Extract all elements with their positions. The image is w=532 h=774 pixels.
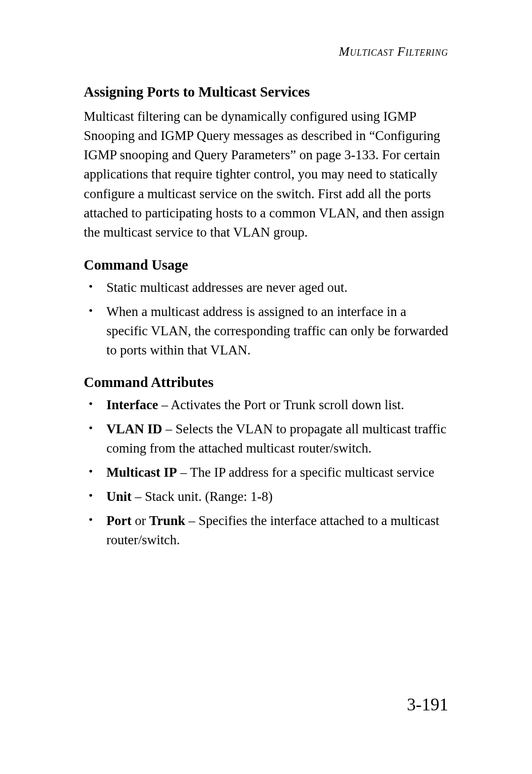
attr-term: VLAN ID	[106, 422, 162, 436]
attr-term: Port	[106, 513, 132, 528]
list-item: Static multicast addresses are never age…	[84, 278, 448, 297]
list-item: Multicast IP – The IP address for a spec…	[84, 463, 448, 482]
attr-term: Unit	[106, 489, 132, 504]
attr-term: Interface	[106, 397, 158, 412]
running-head: Multicast Filtering	[84, 44, 448, 59]
list-item: VLAN ID – Selects the VLAN to propagate …	[84, 420, 448, 458]
list-item: Unit – Stack unit. (Range: 1-8)	[84, 487, 448, 506]
attr-desc: The IP address for a specific multicast …	[190, 465, 434, 480]
attr-sep: –	[132, 489, 145, 504]
attr-mid: or	[132, 513, 149, 528]
command-attributes-heading: Command Attributes	[84, 374, 448, 390]
command-attributes-list: Interface – Activates the Port or Trunk …	[84, 395, 448, 550]
page-content: Multicast Filtering Assigning Ports to M…	[0, 0, 532, 550]
list-item: Port or Trunk – Specifies the interface …	[84, 511, 448, 550]
attr-sep: –	[162, 422, 175, 436]
attr-term2: Trunk	[149, 513, 185, 528]
intro-paragraph: Multicast filtering can be dynamically c…	[84, 107, 448, 242]
attr-term: Multicast IP	[106, 465, 177, 480]
attr-desc: Stack unit. (Range: 1-8)	[145, 489, 272, 504]
command-usage-heading: Command Usage	[84, 257, 448, 273]
attr-sep: –	[185, 513, 199, 528]
page-number: 3-191	[407, 694, 448, 715]
list-item: Interface – Activates the Port or Trunk …	[84, 395, 448, 415]
attr-sep: –	[158, 397, 171, 412]
command-usage-list: Static multicast addresses are never age…	[84, 278, 448, 360]
list-item: When a multicast address is assigned to …	[84, 302, 448, 360]
attr-desc: Activates the Port or Trunk scroll down …	[170, 397, 404, 412]
attr-sep: –	[177, 465, 190, 480]
section-title: Assigning Ports to Multicast Services	[84, 84, 448, 100]
